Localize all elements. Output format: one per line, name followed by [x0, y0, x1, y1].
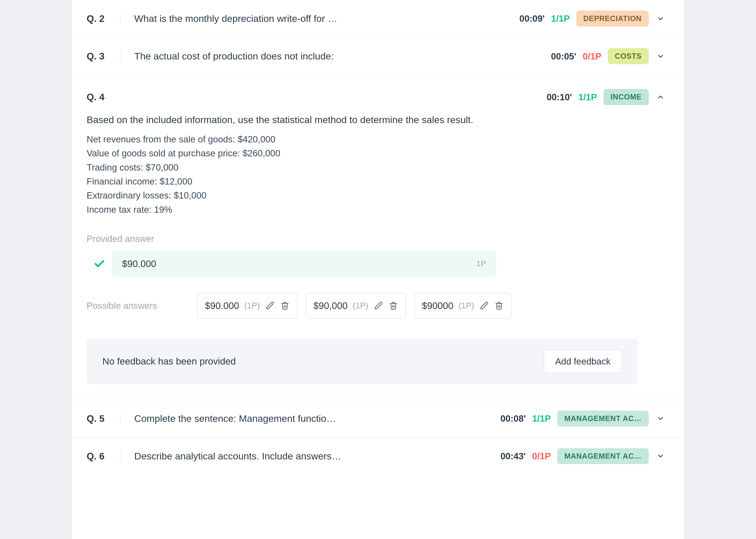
possible-answer-points: (1P) [353, 300, 368, 312]
question-points: 0/1P [580, 50, 604, 63]
question-points: 1/1P [529, 412, 553, 425]
question-points: 1/1P [576, 91, 599, 104]
possible-answer-chip: $90000 (1P) [414, 293, 512, 319]
edit-icon[interactable] [374, 301, 383, 311]
trash-icon[interactable] [388, 301, 398, 311]
question-title: What is the monthly depreciation write-o… [134, 12, 509, 26]
question-number: Q. 2 [87, 12, 116, 25]
info-line: Income tax rate: 19% [87, 203, 668, 217]
question-number: Q. 3 [87, 50, 116, 63]
trash-icon[interactable] [494, 301, 504, 311]
question-info-lines: Net revenues from the sale of goods: $42… [87, 132, 668, 217]
possible-answer-value: $90.000 [205, 299, 239, 312]
question-tag: INCOME [603, 89, 649, 105]
question-points: 1/1P [549, 12, 572, 25]
feedback-empty-text: No feedback has been provided [103, 355, 236, 368]
possible-answer-points: (1P) [244, 300, 260, 312]
question-row-q2[interactable]: Q. 2 What is the monthly depreciation wr… [72, 0, 684, 38]
possible-answers-label: Possible answers [87, 299, 189, 312]
question-row-q6[interactable]: Q. 6 Describe analytical accounts. Inclu… [72, 437, 684, 475]
provided-answer-label: Provided answer [87, 232, 668, 245]
edit-icon[interactable] [265, 301, 275, 311]
question-number: Q. 5 [87, 412, 116, 425]
add-feedback-button[interactable]: Add feedback [544, 349, 622, 373]
possible-answer-chip: $90,000 (1P) [306, 293, 406, 319]
question-number: Q. 4 [87, 90, 116, 104]
question-time: 00:10' [540, 91, 572, 104]
divider [120, 13, 120, 25]
divider [120, 50, 120, 62]
questions-list: Q. 2 What is the monthly depreciation wr… [72, 0, 684, 539]
chevron-down-icon[interactable] [653, 52, 668, 60]
chevron-down-icon[interactable] [653, 415, 668, 423]
question-tag: COSTS [608, 48, 649, 64]
info-line: Net revenues from the sale of goods: $42… [87, 132, 668, 146]
possible-answer-value: $90,000 [313, 299, 348, 312]
info-line: Trading costs: $70,000 [87, 161, 668, 175]
provided-answer-row: $90.000 1P [87, 251, 668, 277]
chevron-down-icon[interactable] [653, 452, 668, 460]
edit-icon[interactable] [479, 301, 489, 311]
provided-answer-box: $90.000 1P [112, 251, 496, 277]
question-time: 00:09' [513, 12, 545, 25]
question-row-q4[interactable]: Q. 4 00:10' 1/1P INCOME [72, 75, 684, 109]
question-row-q5[interactable]: Q. 5 Complete the sentence: Management f… [72, 400, 684, 437]
provided-answer-value: $90.000 [122, 257, 476, 270]
question-tag: MANAGEMENT AC… [557, 448, 649, 464]
possible-answer-points: (1P) [458, 300, 474, 312]
question-time: 00:05' [545, 50, 576, 63]
possible-answer-chip: $90.000 (1P) [197, 293, 298, 319]
check-icon [87, 258, 112, 270]
question-points: 0/1P [529, 450, 553, 462]
feedback-box: No feedback has been provided Add feedba… [87, 339, 638, 384]
question-tag: MANAGEMENT AC… [557, 411, 649, 426]
question-title: Describe analytical accounts. Include an… [134, 449, 490, 463]
question-row-q3[interactable]: Q. 3 The actual cost of production does … [72, 38, 684, 75]
question-detail-q4: Based on the included information, use t… [72, 109, 684, 392]
trash-icon[interactable] [280, 301, 290, 311]
divider [120, 450, 120, 462]
chevron-up-icon[interactable] [653, 93, 668, 101]
question-time: 00:43' [494, 450, 526, 462]
info-line: Extraordinary losses: $10,000 [87, 189, 668, 202]
chevron-down-icon[interactable] [653, 15, 668, 23]
info-line: Value of goods sold at purchase price: $… [87, 146, 668, 160]
question-prompt: Based on the included information, use t… [87, 113, 668, 127]
question-time: 00:08' [494, 412, 526, 425]
question-title: Complete the sentence: Management functi… [134, 412, 490, 425]
possible-answers-row: Possible answers $90.000 (1P) $90,000 (1… [87, 293, 668, 319]
question-title: The actual cost of production does not i… [134, 49, 541, 63]
info-line: Financial income: $12,000 [87, 175, 668, 189]
question-number: Q. 6 [87, 450, 116, 463]
possible-answer-value: $90000 [422, 299, 453, 312]
provided-answer-points: 1P [476, 259, 486, 269]
divider [120, 413, 120, 424]
question-tag: DEPRECIATION [576, 11, 649, 27]
